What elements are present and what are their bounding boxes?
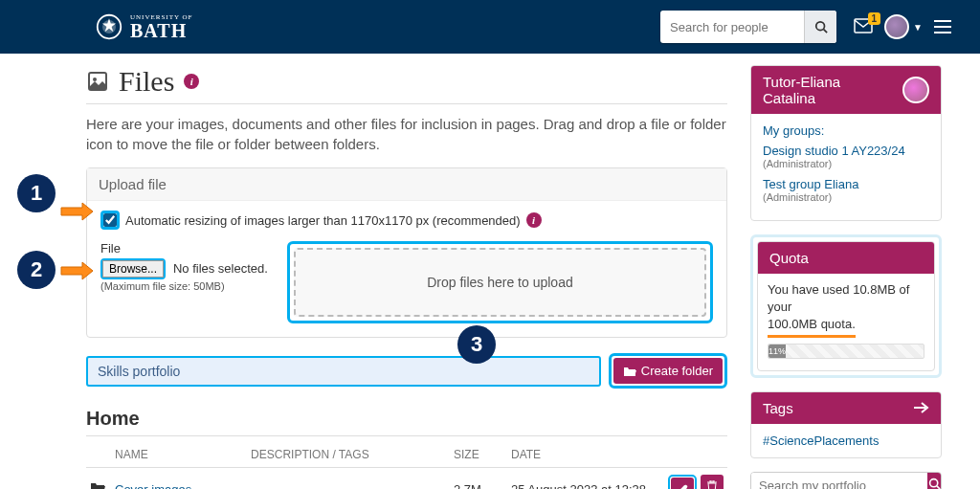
auto-resize-label: Automatic resizing of images larger than… (125, 213, 521, 228)
group-link[interactable]: Test group Eliana (763, 177, 929, 191)
group-role: (Administrator) (763, 158, 929, 169)
pencil-icon (678, 484, 688, 490)
chevron-down-icon: ▼ (913, 22, 923, 33)
logo-title: BATH (130, 21, 192, 40)
page-intro: Here are your images, documents and othe… (86, 114, 727, 154)
portfolio-search-input[interactable] (751, 473, 927, 489)
people-search (660, 11, 836, 43)
delete-button[interactable] (701, 475, 724, 489)
browse-button[interactable]: Browse... (102, 260, 164, 278)
page-title: Files (119, 65, 174, 98)
upload-panel: Upload file Automatic resizing of images… (86, 167, 727, 338)
portfolio-search-button[interactable] (927, 473, 941, 489)
hamburger-icon[interactable] (934, 20, 951, 33)
my-groups-label: My groups: (763, 123, 929, 138)
quota-fill: 11% (768, 345, 786, 358)
info-icon[interactable]: i (526, 212, 542, 228)
cell-size: 2.7M (450, 468, 507, 490)
group-role: (Administrator) (763, 191, 929, 203)
file-field-label: File (100, 241, 268, 256)
annotation-badge-2: 2 (17, 251, 56, 289)
dropzone-highlight: Drop files here to upload (287, 241, 713, 323)
browse-highlight: Browse... (100, 258, 166, 279)
create-folder-button[interactable]: Create folder (613, 358, 723, 384)
create-folder-label: Create folder (641, 364, 713, 378)
col-size: SIZE (450, 442, 507, 468)
files-section-title: Home (86, 408, 727, 436)
mail-badge: 1 (868, 12, 881, 25)
tag-link[interactable]: #SciencePlacements (763, 433, 879, 448)
no-files-text: No files selected. (173, 261, 268, 276)
edit-button[interactable] (671, 478, 694, 489)
svg-point-10 (929, 479, 937, 487)
search-icon (814, 20, 828, 33)
table-row: Cover images2.7M25 August 2023 at 13:38 (86, 468, 727, 490)
crest-icon (96, 13, 122, 40)
file-dropzone[interactable]: Drop files here to upload (294, 248, 706, 317)
tutor-name[interactable]: Tutor-Eliana Catalina (763, 74, 895, 106)
annotation-badge-3: 3 (457, 325, 496, 364)
auto-resize-checkbox[interactable] (103, 213, 117, 227)
quota-heading: Quota (758, 242, 934, 274)
quota-highlight: Quota You have used 10.8MB of your 100.0… (750, 234, 942, 378)
info-icon[interactable]: i (184, 74, 199, 89)
max-filesize-note: (Maximum file size: 50MB) (100, 280, 268, 292)
svg-point-9 (93, 78, 97, 81)
quota-text-a: You have used 10.8MB of your (768, 282, 909, 314)
create-folder-highlight: Create folder (609, 353, 727, 389)
new-folder-input[interactable] (86, 356, 601, 387)
dropzone-text: Drop files here to upload (427, 275, 573, 290)
user-menu[interactable]: ▼ (884, 14, 923, 39)
tutor-avatar-icon[interactable] (902, 77, 929, 103)
portfolio-search (750, 472, 942, 489)
annotation-badge-1: 1 (17, 174, 56, 212)
folder-icon (90, 481, 105, 489)
mail-button[interactable]: 1 (854, 18, 873, 36)
edit-highlight (668, 475, 697, 489)
avatar-icon (884, 14, 909, 39)
quota-progress-bar: 11% (768, 344, 924, 359)
group-link[interactable]: Design studio 1 AY223/24 (763, 144, 929, 158)
people-search-input[interactable] (660, 14, 804, 40)
image-file-icon (86, 70, 109, 93)
cell-desc (247, 468, 450, 490)
trash-icon (707, 480, 717, 489)
tags-panel: Tags #SciencePlacements (750, 391, 942, 458)
col-name: NAME (111, 442, 247, 468)
upload-panel-title: Upload file (87, 168, 726, 201)
col-date: DATE (507, 442, 660, 468)
folder-open-icon (623, 366, 636, 377)
resize-checkbox-highlight (100, 211, 120, 230)
people-search-button[interactable] (804, 11, 836, 43)
tags-heading: Tags (763, 400, 793, 416)
cell-date: 25 August 2023 at 13:38 (507, 468, 660, 490)
quota-text-b: 100.0MB quota. (768, 316, 856, 337)
folder-link[interactable]: Cover images (115, 482, 191, 490)
svg-line-3 (823, 30, 827, 33)
top-header: UNIVERSITY OF BATH 1 ▼ (0, 0, 980, 54)
col-desc: DESCRIPTION / TAGS (247, 442, 450, 468)
files-table: NAME DESCRIPTION / TAGS SIZE DATE Cover … (86, 442, 727, 489)
arrow-right-icon[interactable] (914, 402, 929, 413)
svg-point-2 (815, 22, 824, 31)
tutor-panel: Tutor-Eliana Catalina My groups: Design … (750, 65, 942, 221)
site-logo[interactable]: UNIVERSITY OF BATH (96, 13, 192, 40)
search-icon (928, 478, 941, 489)
